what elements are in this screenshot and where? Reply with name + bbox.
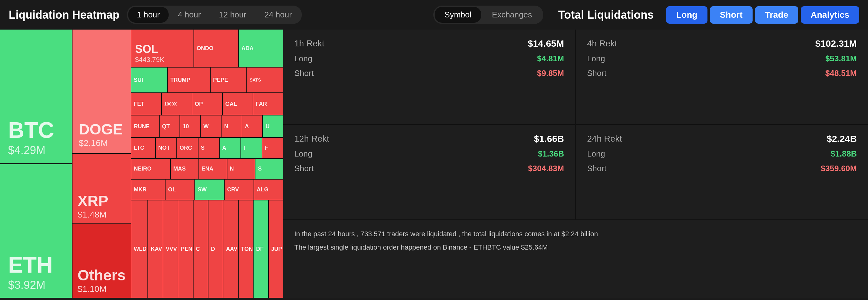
btn-analytics[interactable]: Analytics — [801, 6, 860, 24]
stat-card-4h: 4h Rekt $102.31M Long $53.81M Short $48.… — [576, 30, 868, 124]
stat-row-1h-short: Short $9.85M — [294, 68, 564, 78]
time-tabs-group: 1 hour 4 hour 12 hour 24 hour — [127, 6, 302, 24]
stat-label-4h-short: Short — [587, 68, 607, 78]
tile-wld: WLD — [131, 201, 148, 298]
stat-row-12h-short: Short $304.83M — [294, 164, 564, 173]
tile-ondo: ONDO — [194, 30, 238, 67]
tile-ton: TON — [239, 201, 253, 298]
tile-d: D — [209, 201, 223, 298]
tab-1hour[interactable]: 1 hour — [128, 7, 168, 23]
stat-header-1h: 1h Rekt $14.65M — [294, 38, 564, 49]
tile-mas: MAS — [171, 159, 198, 179]
stat-row-24h-short: Short $359.60M — [587, 164, 857, 173]
tab-12hour[interactable]: 12 hour — [210, 7, 255, 23]
tile-crv: CRV — [225, 180, 253, 200]
xrp-symbol: XRP — [78, 193, 126, 209]
tile-ena: ENA — [199, 159, 227, 179]
stat-row-4h-short: Short $48.51M — [587, 68, 857, 78]
tile-doge: DOGE $2.16M — [72, 30, 131, 153]
tile-sol: SOL $443.79K — [131, 30, 193, 67]
stat-short-12h: $304.83M — [528, 164, 564, 173]
stat-header-24h: 24h Rekt $2.24B — [587, 133, 857, 144]
btn-short[interactable]: Short — [710, 6, 752, 24]
stat-card-24h: 24h Rekt $2.24B Long $1.88B Short $359.6… — [576, 125, 868, 219]
tile-ol: OL — [165, 180, 194, 200]
tile-op: OP — [192, 93, 222, 115]
stat-title-4h: 4h Rekt — [587, 38, 617, 49]
stat-card-1h: 1h Rekt $14.65M Long $4.81M Short $9.85M — [283, 30, 575, 124]
tile-orc: ORC — [177, 138, 198, 158]
stats-panel: 1h Rekt $14.65M Long $4.81M Short $9.85M… — [283, 30, 868, 298]
tile-fet: FET — [131, 93, 161, 115]
tile-not: NOT — [156, 138, 177, 158]
stat-long-12h: $1.36B — [538, 149, 564, 159]
filter-exchanges[interactable]: Exchanges — [482, 7, 542, 23]
tile-xrp: XRP $1.48M — [72, 154, 131, 223]
tile-sats: SATS — [247, 67, 283, 92]
tile-trump: TRUMP — [168, 67, 210, 92]
tile-i: I — [241, 138, 262, 158]
tile-c: C — [193, 201, 208, 298]
eth-value: $3.92M — [8, 278, 64, 292]
app-container: Liquidation Heatmap 1 hour 4 hour 12 hou… — [0, 0, 868, 298]
tile-s1: S — [198, 138, 219, 158]
btn-trade[interactable]: Trade — [755, 6, 798, 24]
tile-others: Others $1.10M — [72, 224, 131, 298]
info-card: In the past 24 hours , 733,571 traders w… — [283, 220, 868, 298]
sol-value: $443.79K — [135, 56, 190, 64]
stat-row-12h-long: Long $1.36B — [294, 149, 564, 159]
stat-header-12h: 12h Rekt $1.66B — [294, 133, 564, 144]
stat-total-4h: $102.31M — [815, 38, 857, 49]
tile-f: F — [262, 138, 283, 158]
stat-row-4h-long: Long $53.81M — [587, 54, 857, 63]
stat-total-24h: $2.24B — [827, 133, 857, 144]
heatmap-section: BTC $4.29M ETH $3.92M DOGE $2.16M XRP — [0, 30, 283, 298]
tile-far: FAR — [253, 93, 283, 115]
filter-symbol[interactable]: Symbol — [435, 7, 482, 23]
tab-24hour[interactable]: 24 hour — [256, 7, 301, 23]
others-symbol: Others — [78, 268, 126, 283]
stat-label-24h-long: Long — [587, 149, 605, 159]
tile-pen: PEN — [178, 201, 193, 298]
btn-long[interactable]: Long — [666, 6, 707, 24]
tile-eth: ETH $3.92M — [0, 164, 72, 298]
tile-mkr: MKR — [131, 180, 165, 200]
tab-4hour[interactable]: 4 hour — [169, 7, 210, 23]
stat-short-4h: $48.51M — [826, 68, 857, 78]
doge-symbol: DOGE — [79, 122, 124, 137]
info-line1: In the past 24 hours , 733,571 traders w… — [294, 229, 857, 239]
tile-gal: GAL — [223, 93, 253, 115]
btc-value: $4.29M — [8, 144, 64, 157]
stat-label-4h-long: Long — [587, 54, 605, 63]
eth-symbol: ETH — [8, 253, 64, 276]
stat-row-24h-long: Long $1.88B — [587, 149, 857, 159]
total-liquidations-title: Total Liquidations — [558, 8, 654, 22]
stat-label-1h-short: Short — [294, 68, 314, 78]
tile-rune: RUNE — [131, 116, 159, 137]
header: Liquidation Heatmap 1 hour 4 hour 12 hou… — [0, 0, 868, 30]
stat-title-1h: 1h Rekt — [294, 38, 324, 49]
tile-alg: ALG — [254, 180, 283, 200]
stat-label-12h-long: Long — [294, 149, 312, 159]
stat-row-1h-long: Long $4.81M — [294, 54, 564, 63]
tile-10: 10 — [180, 116, 200, 137]
stat-total-1h: $14.65M — [528, 38, 564, 49]
stat-title-24h: 24h Rekt — [587, 134, 622, 144]
stat-long-1h: $4.81M — [537, 54, 564, 63]
tile-ltc: LTC — [131, 138, 155, 158]
stat-header-4h: 4h Rekt $102.31M — [587, 38, 857, 49]
tile-aav: AAV — [223, 201, 238, 298]
tile-neiro: NEIRO — [131, 159, 170, 179]
tile-btc: BTC $4.29M — [0, 30, 72, 163]
tile-qt: QT — [160, 116, 180, 137]
tile-sui: SUI — [131, 67, 167, 92]
tile-n1: N — [221, 116, 242, 137]
logo: Liquidation Heatmap — [9, 8, 120, 22]
xrp-value: $1.48M — [78, 210, 126, 220]
stat-card-12h: 12h Rekt $1.66B Long $1.36B Short $304.8… — [283, 125, 575, 219]
btc-symbol: BTC — [8, 119, 64, 141]
stat-label-24h-short: Short — [587, 164, 607, 173]
action-buttons-group: Long Short Trade Analytics — [666, 6, 859, 24]
main-content: BTC $4.29M ETH $3.92M DOGE $2.16M XRP — [0, 30, 868, 298]
stat-short-24h: $359.60M — [821, 164, 857, 173]
